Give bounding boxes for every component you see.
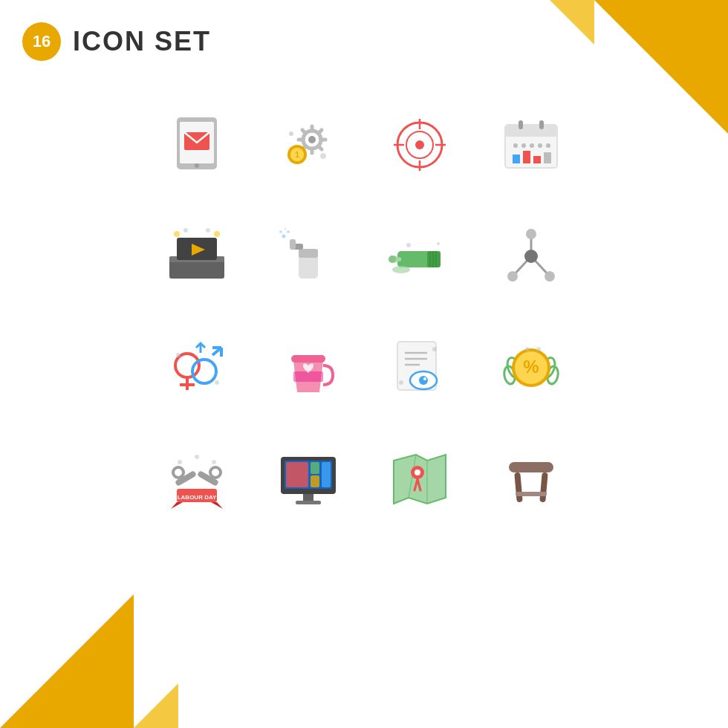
svg-point-53: [279, 230, 282, 233]
svg-line-11: [319, 146, 322, 149]
icon-coffee-cup[interactable]: [260, 319, 357, 416]
svg-marker-121: [394, 455, 446, 504]
corner-triangle-bottom-left: [134, 683, 178, 728]
svg-rect-119: [311, 475, 319, 487]
svg-text:%: %: [523, 357, 539, 377]
icon-grid: 1: [149, 97, 579, 527]
svg-point-54: [285, 228, 287, 230]
svg-rect-56: [427, 251, 441, 267]
corner-decoration-top-right: [594, 0, 728, 134]
svg-rect-118: [311, 462, 319, 474]
svg-rect-27: [505, 125, 557, 137]
svg-point-101: [536, 347, 541, 351]
svg-point-100: [525, 347, 530, 351]
svg-point-45: [183, 228, 188, 233]
svg-marker-107: [171, 502, 183, 509]
svg-point-17: [289, 131, 293, 136]
svg-rect-48: [299, 249, 318, 258]
svg-point-61: [389, 256, 396, 263]
svg-rect-127: [514, 472, 522, 503]
svg-point-5: [308, 136, 316, 143]
svg-point-33: [538, 143, 542, 148]
svg-rect-117: [286, 462, 308, 487]
svg-point-70: [526, 229, 536, 239]
svg-point-103: [173, 467, 183, 478]
svg-rect-36: [523, 151, 530, 163]
svg-rect-50: [290, 239, 296, 250]
svg-point-18: [320, 153, 326, 159]
svg-rect-35: [513, 155, 520, 163]
icon-stool[interactable]: [483, 431, 579, 527]
svg-point-31: [521, 143, 526, 148]
svg-line-10: [302, 130, 305, 133]
svg-point-30: [513, 143, 518, 148]
svg-point-52: [287, 230, 290, 233]
svg-rect-37: [533, 156, 541, 163]
svg-point-68: [507, 271, 518, 282]
svg-text:1: 1: [295, 150, 299, 159]
svg-rect-115: [303, 494, 313, 501]
svg-rect-129: [516, 492, 547, 496]
icon-paint-tube[interactable]: [371, 208, 468, 305]
svg-point-46: [206, 228, 210, 233]
svg-point-63: [406, 243, 411, 247]
svg-point-51: [282, 235, 286, 238]
svg-rect-83: [293, 371, 323, 382]
svg-rect-82: [291, 355, 325, 363]
icon-map-location[interactable]: [371, 431, 468, 527]
icon-desktop-monitor[interactable]: [260, 431, 357, 527]
icon-gender-symbols[interactable]: [149, 319, 245, 416]
svg-point-91: [432, 347, 437, 351]
icon-document-eye[interactable]: [371, 319, 468, 416]
svg-marker-108: [211, 502, 223, 509]
icon-settings-gear[interactable]: 1: [260, 97, 357, 193]
svg-rect-128: [539, 472, 547, 503]
badge-number: 16: [22, 22, 61, 61]
icon-spray-bottle[interactable]: [260, 208, 357, 305]
svg-point-69: [545, 271, 555, 282]
svg-point-34: [546, 143, 550, 148]
icon-connector-node[interactable]: [483, 208, 579, 305]
svg-point-92: [399, 380, 403, 385]
icon-labour-day[interactable]: LABOUR DAY: [149, 431, 245, 527]
svg-rect-126: [509, 462, 553, 472]
icon-tablet-mail[interactable]: [149, 97, 245, 193]
corner-decoration-bottom-left: [0, 594, 134, 728]
icon-target-crosshair[interactable]: [371, 97, 468, 193]
svg-rect-29: [539, 120, 544, 129]
svg-point-89: [419, 376, 428, 385]
svg-point-125: [415, 469, 420, 475]
svg-point-111: [212, 460, 216, 464]
svg-line-12: [319, 130, 322, 133]
svg-point-21: [415, 140, 424, 149]
svg-point-2: [195, 163, 199, 168]
page-title: Icon Set: [73, 26, 211, 57]
header: 16 Icon Set: [22, 22, 211, 61]
svg-point-44: [214, 231, 220, 237]
corner-triangle-top-right: [550, 0, 594, 45]
svg-point-81: [215, 380, 219, 385]
svg-text:LABOUR DAY: LABOUR DAY: [178, 494, 217, 501]
svg-point-43: [174, 231, 180, 237]
svg-rect-116: [296, 501, 321, 504]
icon-calendar-chart[interactable]: [483, 97, 579, 193]
svg-point-32: [530, 143, 534, 148]
icon-discount-badge[interactable]: %: [483, 319, 579, 416]
svg-point-71: [524, 250, 538, 263]
svg-point-112: [195, 455, 199, 459]
svg-point-110: [178, 460, 182, 464]
svg-point-80: [176, 353, 181, 357]
svg-rect-120: [322, 462, 331, 487]
svg-point-64: [437, 242, 440, 245]
svg-point-62: [392, 266, 410, 273]
svg-rect-38: [544, 152, 551, 163]
svg-point-105: [210, 467, 221, 478]
icon-video-studio[interactable]: [149, 208, 245, 305]
svg-point-90: [423, 377, 426, 380]
svg-rect-28: [519, 120, 523, 129]
